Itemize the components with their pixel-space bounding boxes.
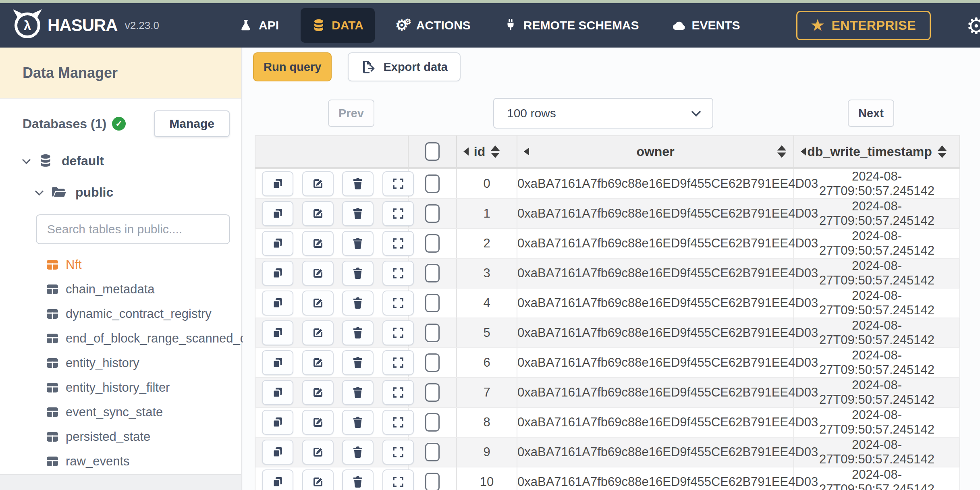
lambda-icon: λ — [15, 12, 40, 38]
collapse-column-icon[interactable] — [801, 147, 806, 156]
sort-icon[interactable] — [938, 145, 947, 158]
row-delete-button[interactable] — [342, 171, 374, 196]
select-all-checkbox[interactable] — [425, 142, 440, 161]
row-edit-button[interactable] — [302, 469, 334, 490]
row-expand-button[interactable] — [382, 380, 414, 405]
row-clone-button[interactable] — [262, 350, 293, 375]
sidebar-table-item[interactable]: ƒx entity_history_filter — [0, 375, 241, 400]
row-delete-button[interactable] — [342, 350, 374, 375]
nav-item-events[interactable]: EVENTS — [661, 8, 752, 43]
row-clone-button[interactable] — [262, 469, 293, 490]
row-delete-button[interactable] — [342, 380, 374, 405]
row-clone-button[interactable] — [262, 320, 293, 345]
row-checkbox[interactable] — [425, 204, 440, 223]
nav-item-actions[interactable]: ⚙⚙ ACTIONS — [385, 8, 482, 43]
row-delete-button[interactable] — [342, 261, 374, 286]
file-export-icon — [361, 60, 375, 74]
row-clone-button[interactable] — [262, 171, 293, 196]
export-data-button[interactable]: Export data — [348, 52, 461, 81]
row-edit-button[interactable] — [302, 440, 334, 465]
row-edit-button[interactable] — [302, 171, 334, 196]
row-edit-button[interactable] — [302, 350, 334, 375]
row-delete-button[interactable] — [342, 231, 374, 256]
row-expand-button[interactable] — [382, 440, 414, 465]
rows-per-page-select[interactable]: 100 rows — [493, 98, 713, 129]
run-query-button[interactable]: Run query — [253, 52, 332, 81]
row-edit-button[interactable] — [302, 291, 334, 316]
cell-db-write-timestamp: 2024-08-27T09:50:57.245142 — [794, 168, 960, 199]
row-expand-button[interactable] — [382, 350, 414, 375]
row-expand-button[interactable] — [382, 201, 414, 226]
row-checkbox[interactable] — [425, 264, 440, 282]
sidebar-table-item[interactable]: ƒx end_of_block_range_scanned_data — [0, 326, 241, 351]
row-expand-button[interactable] — [382, 320, 414, 345]
row-expand-button[interactable] — [382, 261, 414, 286]
prev-page-button[interactable]: Prev — [328, 100, 374, 127]
row-delete-button[interactable] — [342, 201, 374, 226]
row-edit-button[interactable] — [302, 231, 334, 256]
row-checkbox[interactable] — [425, 413, 440, 432]
sidebar-table-item[interactable]: ƒx Nft — [0, 252, 241, 277]
collapse-column-icon[interactable] — [524, 147, 529, 156]
row-expand-button[interactable] — [382, 469, 414, 490]
row-clone-button[interactable] — [262, 291, 293, 316]
row-expand-button[interactable] — [382, 231, 414, 256]
row-expand-button[interactable] — [382, 171, 414, 196]
row-expand-button[interactable] — [382, 291, 414, 316]
row-clone-button[interactable] — [262, 231, 293, 256]
cell-owner: 0xaBA7161A7fb69c88e16ED9f455CE62B791EE4D… — [517, 288, 794, 318]
row-delete-button[interactable] — [342, 469, 374, 490]
row-checkbox[interactable] — [425, 234, 440, 253]
collapse-column-icon[interactable] — [463, 147, 469, 156]
nav-item-data[interactable]: DATA — [301, 8, 375, 43]
sidebar-table-item[interactable]: ƒx entity_history — [0, 351, 241, 375]
row-checkbox[interactable] — [425, 353, 440, 372]
nav-item-api[interactable]: API — [228, 8, 290, 43]
nav-item-remote-schemas[interactable]: REMOTE SCHEMAS — [492, 8, 650, 43]
row-edit-button[interactable] — [302, 320, 334, 345]
row-edit-button[interactable] — [302, 380, 334, 405]
row-edit-button[interactable] — [302, 201, 334, 226]
row-edit-button[interactable] — [302, 261, 334, 286]
hasura-logo[interactable]: λ — [14, 12, 41, 39]
tree-node-database[interactable]: default — [0, 147, 241, 174]
sort-icon[interactable] — [491, 145, 500, 158]
enterprise-button[interactable]: ★ ENTERPRISE — [796, 11, 931, 40]
column-header-db-write-timestamp[interactable]: db_write_timestamp — [794, 136, 960, 168]
row-delete-button[interactable] — [342, 440, 374, 465]
row-clone-button[interactable] — [262, 201, 293, 226]
row-clone-button[interactable] — [262, 410, 293, 435]
row-checkbox[interactable] — [425, 473, 440, 490]
sidebar-table-item[interactable]: ƒx raw_events — [0, 449, 241, 473]
expand-icon — [392, 357, 404, 369]
row-clone-button[interactable] — [262, 261, 293, 286]
row-delete-button[interactable] — [342, 291, 374, 316]
row-clone-button[interactable] — [262, 440, 293, 465]
chevron-down-icon[interactable] — [22, 156, 31, 164]
row-delete-button[interactable] — [342, 410, 374, 435]
settings-gear-icon[interactable]: ⚙ — [966, 13, 980, 39]
tree-node-schema[interactable]: public — [0, 179, 241, 206]
row-checkbox[interactable] — [425, 383, 440, 402]
sidebar-table-item[interactable]: ƒx event_sync_state — [0, 400, 241, 424]
trash-icon — [352, 446, 364, 459]
chevron-down-icon[interactable] — [35, 187, 44, 195]
sidebar-table-item[interactable]: ƒx persisted_state — [0, 424, 241, 449]
row-edit-button[interactable] — [302, 410, 334, 435]
row-checkbox[interactable] — [425, 294, 440, 312]
cell-db-write-timestamp: 2024-08-27T09:50:57.245142 — [794, 228, 960, 258]
search-tables-input[interactable] — [36, 214, 230, 244]
column-header-owner[interactable]: owner — [517, 136, 794, 168]
next-page-button[interactable]: Next — [848, 100, 894, 127]
row-checkbox[interactable] — [425, 324, 440, 342]
row-expand-button[interactable] — [382, 410, 414, 435]
sidebar-table-item[interactable]: ƒx chain_metadata — [0, 277, 241, 301]
row-checkbox[interactable] — [425, 174, 440, 193]
sort-icon[interactable] — [777, 145, 786, 158]
column-header-id[interactable]: id — [457, 136, 517, 168]
row-checkbox[interactable] — [425, 443, 440, 461]
manage-button[interactable]: Manage — [154, 110, 230, 137]
row-delete-button[interactable] — [342, 320, 374, 345]
sidebar-table-item[interactable]: ƒx dynamic_contract_registry — [0, 301, 241, 326]
row-clone-button[interactable] — [262, 380, 293, 405]
